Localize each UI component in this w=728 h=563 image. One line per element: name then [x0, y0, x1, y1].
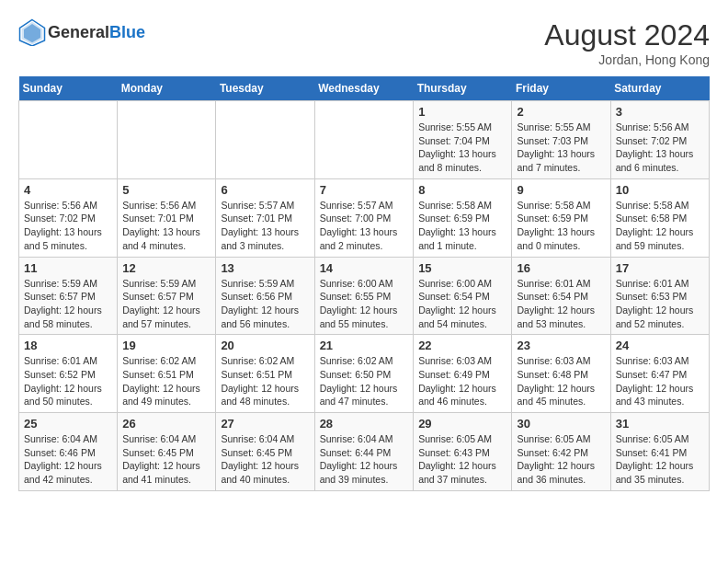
day-info: Sunrise: 6:01 AM Sunset: 6:54 PM Dayligh…: [517, 277, 605, 331]
day-number: 23: [517, 339, 605, 352]
day-info: Sunrise: 6:03 AM Sunset: 6:49 PM Dayligh…: [418, 354, 506, 408]
day-info: Sunrise: 6:04 AM Sunset: 6:44 PM Dayligh…: [320, 432, 409, 487]
header-monday: Monday: [118, 76, 216, 101]
day-cell: 19Sunrise: 6:02 AM Sunset: 6:51 PM Dayli…: [118, 335, 216, 413]
logo-icon: [18, 18, 46, 46]
day-cell: 27Sunrise: 6:04 AM Sunset: 6:45 PM Dayli…: [216, 413, 314, 491]
day-info: Sunrise: 6:03 AM Sunset: 6:48 PM Dayligh…: [517, 354, 605, 408]
day-number: 30: [517, 417, 605, 431]
day-info: Sunrise: 5:59 AM Sunset: 6:57 PM Dayligh…: [24, 277, 112, 331]
day-cell: 24Sunrise: 6:03 AM Sunset: 6:47 PM Dayli…: [610, 335, 709, 413]
day-number: 15: [418, 261, 506, 275]
day-cell: 9Sunrise: 5:58 AM Sunset: 6:59 PM Daylig…: [512, 178, 610, 257]
header-sunday: Sunday: [19, 76, 118, 101]
day-number: 27: [221, 417, 309, 431]
day-cell: 18Sunrise: 6:01 AM Sunset: 6:52 PM Dayli…: [19, 335, 118, 413]
day-info: Sunrise: 6:04 AM Sunset: 6:46 PM Dayligh…: [24, 432, 112, 487]
logo: GeneralBlue: [18, 18, 145, 46]
day-info: Sunrise: 6:00 AM Sunset: 6:55 PM Dayligh…: [320, 277, 409, 331]
day-info: Sunrise: 6:01 AM Sunset: 6:52 PM Dayligh…: [24, 354, 112, 408]
day-info: Sunrise: 5:55 AM Sunset: 7:03 PM Dayligh…: [517, 121, 605, 175]
header-saturday: Saturday: [610, 76, 709, 101]
day-cell: 7Sunrise: 5:57 AM Sunset: 7:00 PM Daylig…: [314, 178, 414, 257]
logo-text: GeneralBlue: [48, 23, 145, 42]
day-number: 4: [24, 183, 112, 197]
day-number: 1: [418, 105, 506, 119]
day-info: Sunrise: 5:55 AM Sunset: 7:04 PM Dayligh…: [418, 121, 506, 175]
day-cell: 13Sunrise: 5:59 AM Sunset: 6:56 PM Dayli…: [216, 257, 314, 335]
day-number: 5: [122, 183, 210, 197]
day-info: Sunrise: 5:57 AM Sunset: 7:01 PM Dayligh…: [221, 199, 309, 253]
day-number: 14: [320, 261, 409, 275]
day-cell: 6Sunrise: 5:57 AM Sunset: 7:01 PM Daylig…: [216, 178, 314, 257]
day-number: 18: [24, 339, 112, 352]
calendar-body: 1Sunrise: 5:55 AM Sunset: 7:04 PM Daylig…: [19, 101, 710, 491]
day-info: Sunrise: 6:02 AM Sunset: 6:50 PM Dayligh…: [320, 354, 409, 408]
day-number: 28: [320, 417, 409, 431]
day-info: Sunrise: 5:59 AM Sunset: 6:56 PM Dayligh…: [221, 277, 309, 331]
day-info: Sunrise: 5:56 AM Sunset: 7:02 PM Dayligh…: [616, 121, 704, 175]
week-row-2: 11Sunrise: 5:59 AM Sunset: 6:57 PM Dayli…: [19, 257, 710, 335]
day-cell: 15Sunrise: 6:00 AM Sunset: 6:54 PM Dayli…: [414, 257, 512, 335]
day-info: Sunrise: 6:04 AM Sunset: 6:45 PM Dayligh…: [122, 432, 210, 487]
day-number: 19: [122, 339, 210, 352]
day-number: 22: [418, 339, 506, 352]
day-cell: [216, 101, 314, 179]
header-friday: Friday: [512, 76, 610, 101]
day-number: 6: [221, 183, 309, 197]
day-info: Sunrise: 6:01 AM Sunset: 6:53 PM Dayligh…: [616, 277, 704, 331]
day-cell: 28Sunrise: 6:04 AM Sunset: 6:44 PM Dayli…: [314, 413, 414, 491]
header-row: SundayMondayTuesdayWednesdayThursdayFrid…: [19, 76, 710, 101]
day-cell: 30Sunrise: 6:05 AM Sunset: 6:42 PM Dayli…: [512, 413, 610, 491]
day-info: Sunrise: 5:56 AM Sunset: 7:01 PM Dayligh…: [122, 199, 210, 253]
logo-blue: Blue: [109, 23, 145, 41]
day-cell: [314, 101, 414, 179]
week-row-0: 1Sunrise: 5:55 AM Sunset: 7:04 PM Daylig…: [19, 101, 710, 179]
day-number: 9: [517, 183, 605, 197]
month-year: August 2024: [544, 18, 710, 52]
day-cell: 2Sunrise: 5:55 AM Sunset: 7:03 PM Daylig…: [512, 101, 610, 179]
day-cell: 21Sunrise: 6:02 AM Sunset: 6:50 PM Dayli…: [314, 335, 414, 413]
day-info: Sunrise: 5:59 AM Sunset: 6:57 PM Dayligh…: [122, 277, 210, 331]
day-number: 8: [418, 183, 506, 197]
header-tuesday: Tuesday: [216, 76, 314, 101]
day-cell: 14Sunrise: 6:00 AM Sunset: 6:55 PM Dayli…: [314, 257, 414, 335]
day-number: 10: [616, 183, 704, 197]
location: Jordan, Hong Kong: [544, 52, 710, 67]
week-row-4: 25Sunrise: 6:04 AM Sunset: 6:46 PM Dayli…: [19, 413, 710, 491]
day-number: 17: [616, 261, 704, 275]
day-cell: 5Sunrise: 5:56 AM Sunset: 7:01 PM Daylig…: [118, 178, 216, 257]
week-row-3: 18Sunrise: 6:01 AM Sunset: 6:52 PM Dayli…: [19, 335, 710, 413]
day-number: 3: [616, 105, 704, 119]
week-row-1: 4Sunrise: 5:56 AM Sunset: 7:02 PM Daylig…: [19, 178, 710, 257]
day-number: 13: [221, 261, 309, 275]
day-cell: 25Sunrise: 6:04 AM Sunset: 6:46 PM Dayli…: [19, 413, 118, 491]
day-number: 21: [320, 339, 409, 352]
day-cell: 20Sunrise: 6:02 AM Sunset: 6:51 PM Dayli…: [216, 335, 314, 413]
header-thursday: Thursday: [414, 76, 512, 101]
header-wednesday: Wednesday: [314, 76, 414, 101]
day-info: Sunrise: 6:05 AM Sunset: 6:41 PM Dayligh…: [616, 432, 704, 487]
day-info: Sunrise: 5:58 AM Sunset: 6:59 PM Dayligh…: [418, 199, 506, 253]
day-cell: 8Sunrise: 5:58 AM Sunset: 6:59 PM Daylig…: [414, 178, 512, 257]
day-info: Sunrise: 6:05 AM Sunset: 6:43 PM Dayligh…: [418, 432, 506, 487]
day-cell: 31Sunrise: 6:05 AM Sunset: 6:41 PM Dayli…: [610, 413, 709, 491]
day-number: 24: [616, 339, 704, 352]
day-info: Sunrise: 6:03 AM Sunset: 6:47 PM Dayligh…: [616, 354, 704, 408]
day-cell: 12Sunrise: 5:59 AM Sunset: 6:57 PM Dayli…: [118, 257, 216, 335]
day-cell: 17Sunrise: 6:01 AM Sunset: 6:53 PM Dayli…: [610, 257, 709, 335]
day-cell: 23Sunrise: 6:03 AM Sunset: 6:48 PM Dayli…: [512, 335, 610, 413]
page-header: GeneralBlue August 2024 Jordan, Hong Kon…: [18, 18, 710, 67]
day-cell: 1Sunrise: 5:55 AM Sunset: 7:04 PM Daylig…: [414, 101, 512, 179]
day-info: Sunrise: 6:04 AM Sunset: 6:45 PM Dayligh…: [221, 432, 309, 487]
day-info: Sunrise: 6:02 AM Sunset: 6:51 PM Dayligh…: [221, 354, 309, 408]
day-cell: [19, 101, 118, 179]
day-cell: 3Sunrise: 5:56 AM Sunset: 7:02 PM Daylig…: [610, 101, 709, 179]
day-cell: 4Sunrise: 5:56 AM Sunset: 7:02 PM Daylig…: [19, 178, 118, 257]
day-info: Sunrise: 6:05 AM Sunset: 6:42 PM Dayligh…: [517, 432, 605, 487]
day-number: 20: [221, 339, 309, 352]
day-number: 25: [24, 417, 112, 431]
day-cell: 10Sunrise: 5:58 AM Sunset: 6:58 PM Dayli…: [610, 178, 709, 257]
calendar-table: SundayMondayTuesdayWednesdayThursdayFrid…: [18, 76, 710, 491]
day-info: Sunrise: 5:58 AM Sunset: 6:59 PM Dayligh…: [517, 199, 605, 253]
